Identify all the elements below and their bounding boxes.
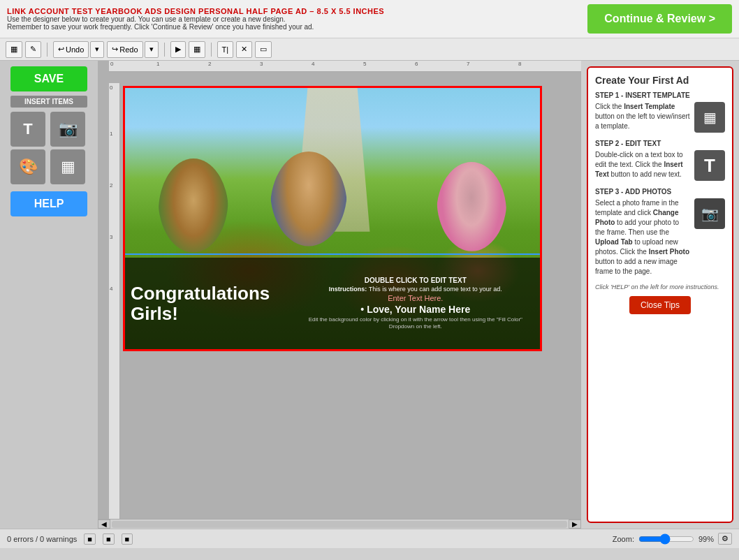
undo-group: ↩ Undo ▾ — [53, 41, 104, 58]
girl2-shape — [270, 152, 347, 263]
congrats-line2: Girls! — [131, 303, 178, 324]
ruler-label-2: 2 — [208, 61, 211, 67]
continue-review-button[interactable]: Continue & Review > — [587, 4, 732, 34]
redo-dropdown[interactable]: ▾ — [145, 41, 159, 58]
help-button[interactable]: HELP — [10, 191, 87, 216]
ruler-v-label-4: 4 — [110, 286, 112, 292]
text-format-button[interactable]: T| — [217, 41, 234, 58]
zoom-value: 99% — [698, 535, 714, 543]
right-text-area[interactable]: DOUBLE CLICK TO EDIT TEXT Instructions: … — [291, 258, 540, 349]
fit-icon: ▭ — [260, 45, 267, 54]
align-icon: ▦ — [193, 45, 200, 54]
enter-text-here: Enter Text Here. — [388, 294, 443, 302]
cursor-icon: ▶ — [175, 45, 181, 54]
template-icon: ▦ — [61, 158, 75, 176]
redo-icon: ↪ — [112, 45, 118, 54]
paint-palette-icon: 🎨 — [19, 158, 38, 176]
redo-label: Redo — [119, 45, 138, 54]
step1-header: STEP 1 - INSERT TEMPLATE — [595, 91, 725, 99]
ruler-label-5: 5 — [363, 61, 366, 67]
paint-icon: ✎ — [30, 45, 36, 54]
undo-button[interactable]: ↩ Undo — [53, 41, 89, 58]
toolbar: ▦ ✎ ↩ Undo ▾ ↪ Redo ▾ ▶ ▦ T| ✕ ▭ — [0, 38, 739, 61]
paint-button[interactable]: ✎ — [25, 41, 41, 58]
insert-template-button[interactable]: ▦ — [50, 149, 85, 184]
subtitle1: Use the designer below to create your ad… — [7, 15, 573, 23]
redo-group: ↪ Redo ▾ — [107, 41, 158, 58]
ruler-v-label-0: 0 — [110, 84, 112, 91]
toolbar-separator-3 — [211, 43, 212, 57]
double-click-instruction: DOUBLE CLICK TO EDIT TEXT — [365, 277, 467, 284]
camera-icon-glyph: 📷 — [701, 205, 719, 222]
ruler-v-label-2: 2 — [110, 182, 112, 189]
step2-text: Double-click on a text box to edit the t… — [595, 150, 690, 179]
step3-row: Select a photo frame in the template and… — [595, 198, 725, 277]
step2-row: Double-click on a text box to edit the t… — [595, 150, 725, 181]
delete-button[interactable]: ✕ — [236, 41, 252, 58]
delete-icon: ✕ — [241, 45, 247, 54]
scroll-right-button[interactable]: ▶ — [569, 520, 581, 529]
text-step-icon: T — [694, 150, 725, 181]
ad-canvas[interactable]: Congratulations Girls! DOUBLE CLICK TO E… — [123, 86, 542, 351]
instructions-prefix: Instructions: — [329, 286, 367, 293]
step3-text: Select a photo frame in the template and… — [595, 198, 690, 277]
ruler-label-7: 7 — [467, 61, 469, 67]
align-button[interactable]: ▦ — [189, 41, 205, 58]
select-tool-button[interactable]: ▶ — [170, 41, 186, 58]
close-tips-button[interactable]: Close Tips — [629, 296, 691, 314]
insert-items-label: INSERT ITEMS — [10, 96, 87, 108]
right-panel: Create Your First Ad STEP 1 - INSERT TEM… — [587, 66, 733, 523]
step2-header: STEP 2 - EDIT TEXT — [595, 140, 725, 147]
love-text: • Love, Your Name Here — [360, 304, 470, 315]
text-icon: T — [23, 120, 32, 138]
step1-row: Click the Insert Template button on the … — [595, 102, 725, 133]
fit-button[interactable]: ▭ — [255, 41, 272, 58]
copy-button[interactable]: ▦ — [6, 41, 22, 58]
canvas-area: 0 1 2 3 4 5 6 7 8 0 1 2 3 4 — [98, 61, 581, 529]
undo-dropdown[interactable]: ▾ — [90, 41, 104, 58]
ruler-label-0: 0 — [110, 61, 113, 67]
text-overlay: Congratulations Girls! DOUBLE CLICK TO E… — [125, 258, 540, 349]
scroll-thumb[interactable] — [112, 521, 567, 528]
status-icon-btn-1[interactable]: ■ — [84, 533, 96, 545]
fill-color-button[interactable]: 🎨 — [10, 149, 45, 184]
status-icon-btn-2[interactable]: ■ — [103, 533, 115, 545]
step3-header: STEP 3 - ADD PHOTOS — [595, 188, 725, 196]
undo-label: Undo — [66, 45, 84, 54]
ruler-label-8: 8 — [518, 61, 521, 67]
girl1-shape — [159, 159, 228, 263]
bg-color-instruction: Edit the background color by clicking on… — [297, 316, 534, 330]
insert-text-button[interactable]: T — [10, 112, 45, 147]
tool-grid: T 📷 🎨 ▦ — [10, 112, 87, 184]
zoom-area: Zoom: 99% ⚙ — [613, 533, 732, 545]
camera-icon: 📷 — [59, 120, 78, 138]
zoom-slider[interactable] — [638, 533, 694, 545]
ruler-v-label-3: 3 — [110, 234, 112, 240]
instructions-text: Instructions: This is where you can add … — [329, 286, 502, 293]
ruler-vertical: 0 1 2 3 4 — [109, 83, 120, 519]
copy-icon: ▦ — [10, 45, 17, 54]
status-icon-btn-3[interactable]: ■ — [122, 533, 133, 545]
redo-button[interactable]: ↪ Redo — [107, 41, 142, 58]
panel-footer: Click 'HELP' on the left for more instru… — [595, 283, 725, 290]
ruler-label-1: 1 — [156, 61, 159, 67]
save-button[interactable]: SAVE — [10, 66, 87, 91]
page-title: LINK ACCOUNT TEST YEARBOOK ADS DESIGN PE… — [7, 7, 573, 15]
ruler-horizontal: 0 1 2 3 4 5 6 7 8 — [109, 61, 581, 72]
ruler-v-label-1: 1 — [110, 131, 112, 137]
insert-photo-button[interactable]: 📷 — [50, 112, 85, 147]
left-sidebar: SAVE INSERT ITEMS T 📷 🎨 ▦ HELP — [0, 61, 98, 529]
instructions-body: This is where you can add some text to y… — [367, 286, 502, 293]
step1-text: Click the Insert Template button on the … — [595, 102, 690, 131]
horizontal-scrollbar[interactable]: ◀ ▶ — [98, 519, 581, 529]
blue-line — [125, 253, 540, 255]
scroll-left-button[interactable]: ◀ — [98, 520, 110, 529]
header: LINK ACCOUNT TEST YEARBOOK ADS DESIGN PE… — [0, 0, 739, 38]
text-icon-glyph: T — [704, 155, 715, 177]
step1-section: STEP 1 - INSERT TEMPLATE Click the Inser… — [595, 91, 725, 133]
template-step-icon: ▦ — [694, 102, 725, 133]
undo-icon: ↩ — [58, 45, 64, 54]
step3-section: STEP 3 - ADD PHOTOS Select a photo frame… — [595, 188, 725, 277]
toolbar-separator-1 — [47, 43, 47, 57]
zoom-settings-button[interactable]: ⚙ — [718, 533, 732, 545]
